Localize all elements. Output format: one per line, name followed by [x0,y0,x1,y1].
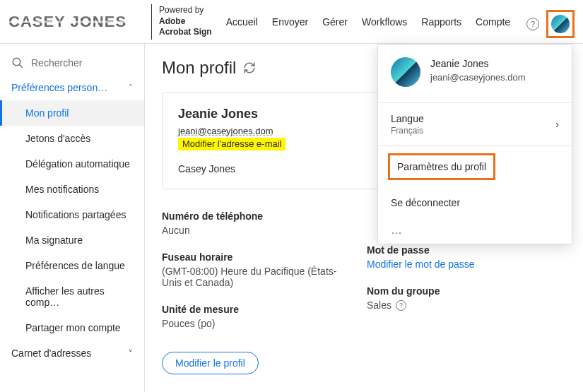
chevron-down-icon: ˅ [129,349,133,358]
sidebar-item-afficher[interactable]: Afficher les autres comp… [0,278,144,315]
chevron-up-icon: ˄ [129,83,133,93]
avatar-button[interactable] [546,10,575,38]
search-icon [11,57,24,69]
brand-line2: Acrobat Sign [159,27,212,37]
top-nav: Accueil Envoyer Gérer Workflows Rapports… [226,16,510,28]
brand-line1: Adobe [159,16,185,26]
dropdown-signout[interactable]: Se déconnecter [378,187,572,220]
brand-separator [151,4,152,40]
nav-compte[interactable]: Compte [476,16,510,28]
dropdown-user-email: jeani@caseyjones.dom [430,71,526,84]
svg-point-0 [13,58,20,66]
pwd-label: Mot de passe [367,244,558,256]
dropdown-profile-settings[interactable]: Paramètres du profil [388,153,495,180]
nav-envoyer[interactable]: Envoyer [272,16,308,28]
help-group-icon[interactable]: ? [396,300,406,311]
tz-label: Fuseau horaire [162,251,353,263]
phone-label: Numéro de téléphone [162,210,353,222]
sidebar-item-partager[interactable]: Partager mon compte [0,315,144,340]
refresh-icon[interactable] [243,61,256,74]
group-row: Sales ? [367,299,558,311]
nav-workflows[interactable]: Workflows [362,16,407,28]
dropdown-user-info: Jeanie Jones jeani@caseyjones.dom [430,57,526,87]
svg-line-1 [19,64,23,68]
powered-by-label: Powered by [159,5,212,16]
chevron-right-icon: › [555,119,559,130]
sidebar-section-carnet[interactable]: Carnet d'adresses ˅ [0,340,144,366]
logo-area: CASEY JONES [8,13,144,31]
sidebar-item-signature[interactable]: Ma signature [0,227,144,253]
profile-dropdown: Jeanie Jones jeani@caseyjones.dom Langue… [377,44,572,244]
logo-text: CASEY JONES [8,13,126,31]
brand-block: Powered by Adobe Acrobat Sign [159,5,212,38]
help-icon[interactable]: ? [526,18,539,30]
phone-value: Aucun [162,225,353,236]
nav-gerer[interactable]: Gérer [322,16,348,28]
app-header: CASEY JONES Powered by Adobe Acrobat Sig… [0,0,583,44]
dropdown-user-block: Jeanie Jones jeani@caseyjones.dom [378,44,572,102]
sidebar-item-mes-notif[interactable]: Mes notifications [0,177,144,202]
sidebar-item-jetons[interactable]: Jetons d'accès [0,126,144,151]
sidebar-item-delegation[interactable]: Délégation automatique [0,151,144,177]
dropdown-avatar-icon [391,57,420,87]
nav-accueil[interactable]: Accueil [226,16,258,28]
dropdown-language-row[interactable]: Langue Français › [378,102,572,145]
prefs-header-label: Préférences person… [11,82,107,93]
unit-label: Unité de mesure [162,304,353,315]
nav-rapports[interactable]: Rapports [421,16,461,28]
dropdown-more-icon[interactable]: … [378,220,572,244]
group-value: Sales [367,299,391,311]
details-left: Numéro de téléphone Aucun Fuseau horaire… [162,210,353,374]
dropdown-user-name: Jeanie Jones [430,57,526,71]
sidebar-section-prefs[interactable]: Préférences person… ˄ [0,75,144,100]
unit-value: Pouces (po) [162,318,353,329]
sidebar-item-profil[interactable]: Mon profil [0,100,144,126]
sidebar-item-notif-partagees[interactable]: Notifications partagées [0,202,144,227]
change-password-link[interactable]: Modifier le mot de passe [367,259,558,270]
tz-value: (GMT-08:00) Heure du Pacifique (États-Un… [162,266,353,288]
edit-profile-button[interactable]: Modifier le profil [162,352,259,374]
page-title: Mon profil [162,58,236,78]
dropdown-lang-value: Français [391,126,424,136]
carnet-header-label: Carnet d'adresses [11,348,91,359]
edit-email-link[interactable]: Modifier l'adresse e-mail [178,138,285,150]
avatar-icon [551,15,570,33]
search-input[interactable]: Rechercher [0,51,144,75]
search-placeholder: Rechercher [31,57,82,69]
sidebar: Rechercher Préférences person… ˄ Mon pro… [0,44,145,392]
group-label: Nom du groupe [367,285,558,297]
dropdown-lang-label: Langue [391,113,424,124]
sidebar-item-langue[interactable]: Préférences de langue [0,253,144,278]
header-right: ? [526,10,575,38]
